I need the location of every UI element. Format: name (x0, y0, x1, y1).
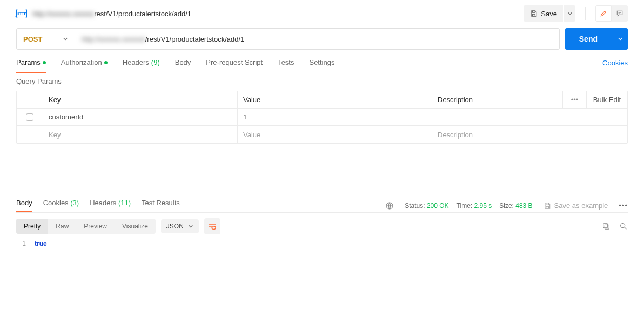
save-dropdown[interactable] (564, 5, 575, 22)
tab-headers[interactable]: Headers (9) (123, 58, 160, 73)
save-as-example-button[interactable]: Save as example (544, 201, 608, 210)
more-options[interactable]: ••• (562, 91, 586, 108)
wrap-icon (208, 223, 217, 230)
svg-point-3 (621, 224, 625, 228)
tab-tests[interactable]: Tests (278, 58, 294, 73)
save-label: Save (541, 10, 557, 18)
param-value-input[interactable]: Value (237, 126, 432, 143)
response-tab-cookies[interactable]: Cookies (3) (43, 199, 79, 212)
search-icon[interactable] (619, 222, 628, 231)
line-number: 1 (16, 240, 26, 247)
comment-button[interactable] (612, 5, 628, 22)
row-checkbox[interactable] (26, 113, 33, 121)
divider (585, 7, 586, 20)
tab-params[interactable]: Params (16, 58, 46, 73)
view-preview[interactable]: Preview (76, 219, 115, 234)
response-tab-testresults[interactable]: Test Results (142, 199, 180, 212)
tab-title-path: rest/V1/productalertstock/add/1 (94, 10, 191, 18)
table-row-empty: Key Value Description (17, 126, 627, 143)
param-value-input[interactable]: 1 (237, 109, 432, 125)
param-desc-input[interactable]: Description (432, 126, 562, 143)
send-dropdown[interactable] (612, 28, 628, 50)
status-value: 200 OK (427, 202, 449, 210)
tab-settings[interactable]: Settings (309, 58, 334, 73)
tab-title[interactable]: http://xxxxxx.xxxxxxrest/V1/productalert… (32, 10, 191, 18)
save-button[interactable]: Save (524, 5, 564, 22)
response-meta: Status: 200 OK Time: 2.95 s Size: 483 B (405, 202, 532, 210)
query-params-title: Query Params (0, 73, 644, 91)
param-desc-input[interactable] (432, 109, 562, 125)
copy-icon[interactable] (602, 222, 611, 231)
query-params-table: Key Value Description ••• Bulk Edit cust… (16, 91, 628, 144)
code-token: true (35, 240, 47, 247)
chevron-down-icon (567, 11, 573, 16)
send-button-group: Send (565, 28, 628, 50)
save-icon (544, 202, 551, 210)
dots-icon: ••• (571, 96, 579, 104)
url-input[interactable]: http://xxxxxx.xxxxxx//rest/V1/productale… (75, 29, 559, 49)
response-tab-body[interactable]: Body (16, 199, 32, 212)
edit-button[interactable] (595, 5, 612, 22)
svg-rect-1 (605, 225, 609, 229)
tab-title-host: http://xxxxxx.xxxxxx (32, 10, 94, 18)
wrap-lines-button[interactable] (204, 218, 220, 234)
param-key-input[interactable]: customerId (43, 109, 237, 125)
http-badge-icon: HTTP (16, 9, 27, 18)
response-tab-headers[interactable]: Headers (11) (90, 199, 131, 212)
view-visualize[interactable]: Visualize (115, 219, 156, 234)
size-value: 483 B (515, 202, 532, 210)
method-label: POST (23, 35, 42, 43)
table-row: customerId 1 (17, 109, 627, 126)
response-body-area[interactable]: 1 true (0, 237, 644, 251)
column-value: Value (237, 91, 432, 108)
time-value: 2.95 s (474, 202, 492, 210)
table-header-row: Key Value Description ••• Bulk Edit (17, 91, 627, 109)
column-description: Description (432, 91, 562, 108)
param-key-input[interactable]: Key (43, 126, 237, 143)
tab-prerequest[interactable]: Pre-request Script (206, 58, 263, 73)
code-line: 1 true (16, 240, 628, 247)
tab-body[interactable]: Body (175, 58, 191, 73)
pencil-icon (600, 10, 607, 17)
view-pretty[interactable]: Pretty (16, 219, 48, 234)
url-path: /rest/V1/productalertstock/add/1 (145, 35, 245, 43)
dot-icon (43, 61, 46, 64)
chevron-down-icon (618, 36, 623, 42)
cookies-link[interactable]: Cookies (602, 59, 628, 72)
svg-rect-2 (603, 224, 608, 228)
column-key: Key (43, 91, 237, 108)
response-type-select[interactable]: JSON (161, 219, 199, 233)
save-button-group: Save (524, 5, 575, 22)
bulk-edit-button[interactable]: Bulk Edit (586, 91, 627, 108)
chevron-down-icon (63, 36, 68, 42)
globe-icon[interactable] (385, 201, 394, 210)
method-select[interactable]: POST (17, 29, 75, 49)
comment-icon (616, 10, 623, 17)
url-host: http://xxxxxx.xxxxxx/ (82, 35, 145, 43)
view-raw[interactable]: Raw (48, 219, 76, 234)
request-box: POST http://xxxxxx.xxxxxx//rest/V1/produ… (16, 28, 560, 50)
send-button[interactable]: Send (565, 28, 612, 50)
save-icon (530, 10, 538, 17)
view-mode-segmented: Pretty Raw Preview Visualize (16, 219, 156, 234)
tab-authorization[interactable]: Authorization (61, 58, 108, 73)
more-actions[interactable]: ••• (619, 201, 628, 210)
chevron-down-icon (188, 224, 193, 229)
dot-icon (104, 61, 108, 64)
